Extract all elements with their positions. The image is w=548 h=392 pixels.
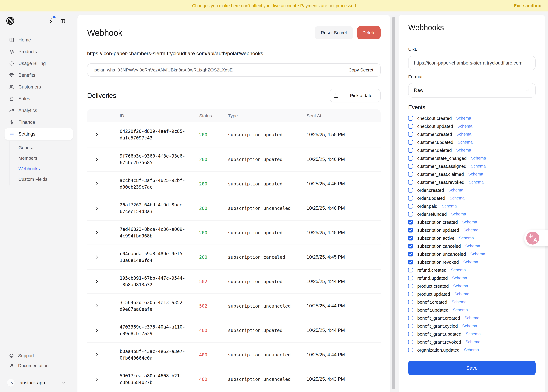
- event-checkbox[interactable]: [408, 148, 413, 153]
- event-checkbox[interactable]: [408, 212, 413, 217]
- table-row[interactable]: 59017cea-a80a-4608-b21f-c3b63584b27b400s…: [87, 367, 381, 391]
- sidebar-item-support[interactable]: Support: [5, 351, 73, 361]
- schema-link[interactable]: Schema: [471, 156, 486, 161]
- schema-link[interactable]: Schema: [456, 132, 471, 137]
- schema-link[interactable]: Schema: [451, 268, 466, 273]
- chevron-right-icon[interactable]: [95, 255, 99, 259]
- sidebar-subitem-members[interactable]: Members: [10, 153, 73, 163]
- schema-link[interactable]: Schema: [456, 116, 471, 121]
- event-checkbox[interactable]: [408, 172, 413, 176]
- event-checkbox[interactable]: [408, 244, 413, 248]
- schema-link[interactable]: Schema: [458, 140, 473, 145]
- event-checkbox[interactable]: [408, 180, 413, 185]
- table-row[interactable]: accb4c8f-3af6-4625-92bf-d00eb239c7ac200s…: [87, 171, 381, 196]
- chevron-right-icon[interactable]: [95, 328, 99, 333]
- schema-link[interactable]: Schema: [465, 244, 480, 248]
- sidebar-item-customers[interactable]: Customers: [5, 81, 73, 93]
- chevron-right-icon[interactable]: [95, 304, 99, 308]
- sidebar-subitem-custom-fields[interactable]: Custom Fields: [10, 174, 73, 185]
- table-row[interactable]: 7ed46823-8bca-4c36-a009-4c994fbd968b200s…: [87, 220, 381, 245]
- schema-link[interactable]: Schema: [451, 212, 466, 217]
- sidebar-subitem-webhooks[interactable]: Webhooks: [10, 163, 73, 174]
- event-checkbox[interactable]: [408, 140, 413, 145]
- schema-link[interactable]: Schema: [462, 324, 477, 328]
- schema-link[interactable]: Schema: [459, 236, 474, 240]
- table-row[interactable]: b0aa4b8f-43ac-4e62-a3e7-0fb640664e0a400s…: [87, 342, 381, 367]
- chevron-right-icon[interactable]: [95, 377, 99, 381]
- chevron-right-icon[interactable]: [95, 206, 99, 210]
- table-row[interactable]: 9f766b3e-9360-4f3e-93e6-675bc2b75685200s…: [87, 147, 381, 171]
- reset-secret-button[interactable]: Reset Secret: [315, 26, 353, 39]
- chevron-right-icon[interactable]: [95, 230, 99, 235]
- schema-link[interactable]: Schema: [464, 316, 479, 320]
- schema-link[interactable]: Schema: [469, 180, 484, 185]
- event-checkbox[interactable]: [408, 332, 413, 336]
- schema-link[interactable]: Schema: [448, 188, 463, 193]
- event-checkbox[interactable]: [408, 308, 413, 312]
- event-checkbox[interactable]: [408, 196, 413, 201]
- sidebar-toggle-icon[interactable]: [60, 18, 65, 24]
- schema-link[interactable]: Schema: [452, 300, 467, 304]
- event-checkbox[interactable]: [408, 260, 413, 265]
- schema-link[interactable]: Schema: [450, 196, 464, 201]
- copy-secret-button[interactable]: Copy Secret: [348, 67, 373, 72]
- table-row[interactable]: 195cb391-67bb-447c-9544-f8b8ad813a32502s…: [87, 269, 381, 294]
- schema-link[interactable]: Schema: [453, 308, 468, 312]
- schema-link[interactable]: Schema: [462, 220, 477, 224]
- schema-link[interactable]: Schema: [466, 332, 481, 336]
- schema-link[interactable]: Schema: [470, 252, 485, 256]
- polar-logo[interactable]: [6, 17, 14, 25]
- schema-link[interactable]: Schema: [465, 340, 480, 344]
- event-checkbox[interactable]: [408, 188, 413, 193]
- sidebar-subitem-general[interactable]: General: [10, 142, 73, 153]
- event-checkbox[interactable]: [408, 156, 413, 161]
- table-row[interactable]: c04eaada-59a8-489e-9ef5-18a6e14a6fd4200s…: [87, 245, 381, 269]
- schema-link[interactable]: Schema: [463, 260, 478, 265]
- schema-link[interactable]: Schema: [457, 124, 472, 129]
- event-checkbox[interactable]: [408, 316, 413, 320]
- url-input[interactable]: [408, 56, 536, 70]
- event-checkbox[interactable]: [408, 292, 413, 296]
- event-checkbox[interactable]: [408, 340, 413, 344]
- event-checkbox[interactable]: [408, 204, 413, 209]
- sidebar-item-benefits[interactable]: Benefits: [5, 69, 73, 81]
- sidebar-item-analytics[interactable]: Analytics: [5, 105, 73, 116]
- lightning-icon[interactable]: [48, 18, 54, 24]
- schema-link[interactable]: Schema: [453, 284, 468, 288]
- sidebar-item-usage-billing[interactable]: Usage Billing: [5, 58, 73, 69]
- schema-link[interactable]: Schema: [468, 172, 483, 176]
- event-checkbox[interactable]: [408, 300, 413, 304]
- chevron-right-icon[interactable]: [95, 279, 99, 284]
- delete-button[interactable]: Delete: [357, 26, 381, 39]
- event-checkbox[interactable]: [408, 236, 413, 240]
- table-row[interactable]: 4703369e-c378-40a4-a110-c89e8cbf7a29400s…: [87, 318, 381, 342]
- format-select[interactable]: Raw: [408, 83, 536, 98]
- table-row[interactable]: 26af7262-64bd-4f9d-8bce-67cec154d8a3200s…: [87, 196, 381, 220]
- schema-link[interactable]: Schema: [464, 348, 479, 352]
- event-checkbox[interactable]: [408, 252, 413, 256]
- schema-link[interactable]: Schema: [471, 164, 486, 168]
- exit-sandbox-link[interactable]: Exit sandbox: [514, 3, 541, 8]
- event-checkbox[interactable]: [408, 164, 413, 168]
- schema-link[interactable]: Schema: [456, 148, 471, 153]
- sidebar-item-documentation[interactable]: Documentation: [5, 361, 73, 371]
- table-row[interactable]: 3156462d-6205-4e13-a352-d9e87aa0eafe502s…: [87, 294, 381, 318]
- event-checkbox[interactable]: [408, 268, 413, 273]
- event-checkbox[interactable]: [408, 228, 413, 232]
- chevron-right-icon[interactable]: [95, 352, 99, 357]
- chevron-right-icon[interactable]: [95, 182, 99, 186]
- sidebar-item-sales[interactable]: Sales: [5, 93, 73, 105]
- date-picker-button[interactable]: Pick a date: [330, 89, 381, 102]
- event-checkbox[interactable]: [408, 276, 413, 280]
- account-switcher[interactable]: TA tanstack app: [5, 377, 73, 389]
- sidebar-item-finance[interactable]: Finance: [5, 116, 73, 128]
- sidebar-item-home[interactable]: Home: [5, 34, 73, 46]
- scrollbar-thumb[interactable]: [392, 17, 395, 389]
- schema-link[interactable]: Schema: [442, 204, 457, 209]
- schema-link[interactable]: Schema: [452, 276, 467, 280]
- chevron-right-icon[interactable]: [95, 157, 99, 162]
- sidebar-item-settings[interactable]: Settings: [5, 128, 73, 140]
- table-row[interactable]: 04220f20-d839-4eef-9c85-dafc57097c43200s…: [87, 122, 381, 147]
- schema-link[interactable]: Schema: [463, 228, 478, 232]
- event-checkbox[interactable]: [408, 324, 413, 328]
